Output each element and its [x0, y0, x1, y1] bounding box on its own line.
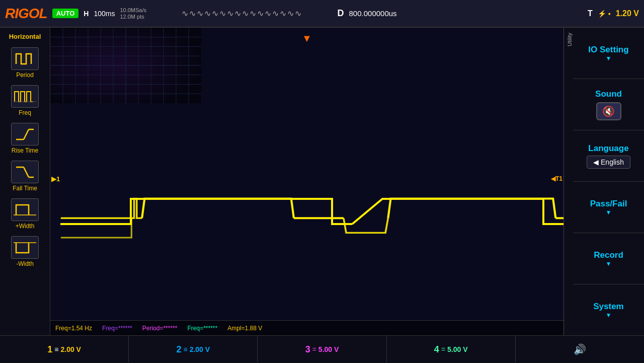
ch2-indicator[interactable]: 2 ≡ 2.00 V	[129, 336, 258, 363]
record-arrow: ▼	[606, 260, 612, 267]
waveform-clean	[50, 28, 564, 335]
right-sidebar: Utility IO Setting ▼ Sound 🔇 Language ◀ …	[564, 28, 644, 335]
record-label: Record	[594, 250, 623, 260]
ch1-voltage: 2.00 V	[60, 345, 80, 353]
period-icon	[11, 47, 39, 70]
sidebar-item-rise-time[interactable]: Rise Time	[3, 121, 47, 156]
sound-icon: 🔇	[602, 105, 615, 117]
sidebar-item-pwidth[interactable]: +Width	[3, 196, 47, 232]
meas-freq-ch4: Freq=******	[187, 325, 217, 332]
pts: 12.0M pts	[120, 14, 146, 20]
trigger-icons: ⚡ ▪	[598, 10, 611, 18]
fall-time-label: Fall Time	[13, 185, 37, 192]
waveform-area: ▼ ▶1 ◀T1	[50, 28, 564, 335]
ch3-number: 3	[305, 344, 310, 355]
sample-rate: 10.0MSa/s	[120, 7, 146, 13]
measurements-bar: Freq=1.54 Hz Freq=****** Period=****** F…	[50, 320, 564, 335]
ch1-indicator[interactable]: 1 ≡ 2.00 V	[0, 336, 129, 363]
utility-label: Utility	[567, 33, 573, 46]
sidebar-item-freq[interactable]: Freq	[3, 83, 47, 118]
brand-logo: RIGOL	[5, 6, 47, 22]
io-setting-button[interactable]: IO Setting ▼	[573, 28, 644, 79]
language-inner: ◀ English	[587, 156, 630, 169]
meas-freq-ch1: Freq=1.54 Hz	[55, 325, 92, 332]
rise-time-label: Rise Time	[12, 147, 38, 154]
pass-fail-label: Pass/Fail	[590, 199, 627, 209]
period-label: Period	[16, 71, 34, 79]
system-button[interactable]: System ▼	[573, 284, 644, 335]
svg-line-2	[24, 129, 29, 139]
ch4-indicator[interactable]: 4 = 5.00 V	[387, 336, 516, 363]
time-offset: 800.000000us	[349, 9, 397, 18]
ch2-number: 2	[176, 344, 181, 355]
meas-freq-ch2: Freq=******	[102, 325, 132, 332]
ch2-dash: ≡	[183, 345, 187, 353]
left-sidebar: Horizontal Period Freq Rise Time Fall Ti…	[0, 28, 50, 335]
io-setting-arrow: ▼	[606, 55, 612, 62]
sound-label: Sound	[595, 89, 622, 99]
nwidth-icon	[11, 236, 39, 259]
io-setting-label: IO Setting	[588, 45, 628, 55]
sidebar-item-nwidth[interactable]: -Width	[3, 234, 47, 269]
pass-fail-button[interactable]: Pass/Fail ▼	[573, 182, 644, 233]
language-button[interactable]: Language ◀ English	[573, 130, 644, 182]
speaker-control[interactable]: 🔊	[516, 336, 644, 363]
ch4-number: 4	[434, 344, 439, 355]
sound-button[interactable]: Sound 🔇	[573, 79, 644, 130]
ch3-indicator[interactable]: 3 = 5.00 V	[258, 336, 386, 363]
fall-time-icon	[11, 161, 39, 183]
pass-fail-arrow: ▼	[606, 209, 612, 216]
sidebar-item-fall-time[interactable]: Fall Time	[3, 159, 47, 194]
language-left-arrow: ◀	[593, 158, 599, 166]
system-label: System	[593, 302, 623, 312]
freq-icon	[11, 85, 39, 108]
rise-time-icon	[11, 123, 39, 146]
ch1-dash: ≡	[54, 345, 58, 353]
t-label: T	[588, 9, 593, 18]
language-value: English	[601, 158, 624, 166]
time-div[interactable]: 100ms	[94, 10, 115, 18]
meas-ampl-ch1: Ampl=1.88 V	[227, 325, 262, 332]
ch3-voltage: 5.00 V	[318, 345, 339, 353]
sidebar-item-period[interactable]: Period	[3, 45, 47, 81]
h-label: H	[84, 10, 89, 18]
sidebar-title: Horizontal	[9, 33, 41, 40]
top-bar: RIGOL AUTO H 100ms 10.0MSa/s 12.0M pts ∿…	[0, 0, 644, 28]
ch2-voltage: 2.00 V	[190, 345, 210, 353]
bottom-bar: 1 ≡ 2.00 V 2 ≡ 2.00 V 3 = 5.00 V 4 = 5.0…	[0, 335, 644, 363]
sound-toggle[interactable]: 🔇	[596, 102, 621, 120]
d-label: D	[338, 8, 344, 19]
pwidth-label: +Width	[16, 223, 35, 230]
ch4-dash: =	[441, 345, 445, 353]
system-arrow: ▼	[606, 312, 612, 319]
right-menu: IO Setting ▼ Sound 🔇 Language ◀ English …	[573, 28, 644, 335]
pwidth-icon	[11, 198, 39, 221]
record-button[interactable]: Record ▼	[573, 233, 644, 284]
auto-badge[interactable]: AUTO	[52, 9, 79, 18]
speaker-icon: 🔊	[574, 343, 586, 355]
wave-indicator: ∿∿∿∿∿∿∿∿∿∿∿∿∿∿∿∿	[151, 9, 332, 18]
ch4-voltage: 5.00 V	[447, 345, 467, 353]
freq-label: Freq	[19, 109, 31, 116]
ch3-dash: =	[312, 345, 316, 353]
nwidth-label: -Width	[16, 260, 34, 267]
ch1-number: 1	[47, 344, 52, 355]
meas-period-ch3: Period=******	[142, 325, 178, 332]
svg-line-5	[24, 167, 29, 177]
language-label: Language	[588, 143, 628, 154]
trig-voltage: 1.20 V	[616, 9, 639, 18]
